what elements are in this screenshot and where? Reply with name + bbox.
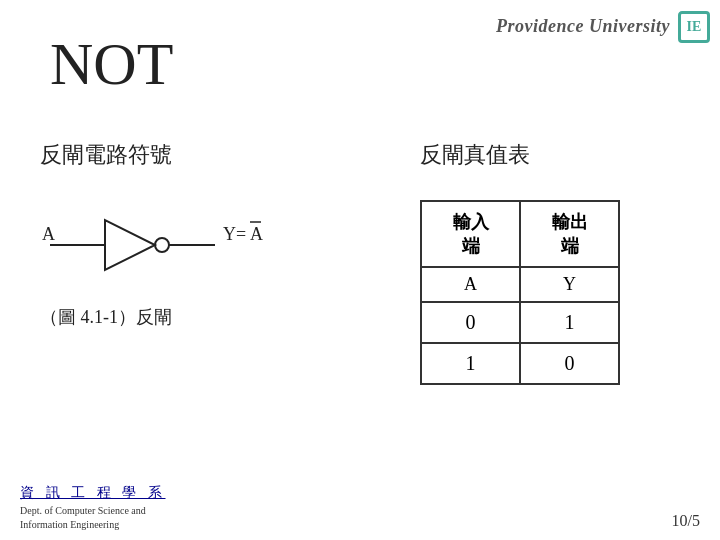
table-row: 10 <box>421 343 619 384</box>
truth-table: 輸入端 輸出端 A Y 0110 <box>420 200 620 385</box>
circuit-caption: （圖 4.1-1）反閘 <box>40 305 380 329</box>
table-row: 01 <box>421 302 619 343</box>
footer: 資 訊 工 程 學 系 Dept. of Computer Science an… <box>20 484 166 532</box>
page-title: NOT <box>50 30 173 99</box>
left-section-title: 反閘電路符號 <box>40 140 380 170</box>
col1-sub: A <box>421 267 520 302</box>
right-section: 反閘真值表 輸入端 輸出端 A Y 0110 <box>420 140 690 385</box>
col2-header: 輸出端 <box>520 201 619 267</box>
svg-marker-1 <box>105 220 155 270</box>
ie-logo: IE <box>678 11 710 43</box>
header: Providence University IE <box>460 0 720 53</box>
left-section: 反閘電路符號 A Y= A （圖 4.1-1）反閘 <box>40 140 380 329</box>
circuit-diagram: A Y= A <box>40 200 340 290</box>
footer-english-line1: Dept. of Computer Science and <box>20 504 166 518</box>
page-number: 10/5 <box>672 512 700 530</box>
svg-text:A: A <box>250 224 263 244</box>
col2-sub: Y <box>520 267 619 302</box>
svg-text:A: A <box>42 224 55 244</box>
footer-chinese: 資 訊 工 程 學 系 <box>20 484 166 502</box>
svg-text:Y=: Y= <box>223 224 246 244</box>
cell-y: 1 <box>520 302 619 343</box>
footer-english-line2: Information Engineering <box>20 518 166 532</box>
cell-y: 0 <box>520 343 619 384</box>
university-name: Providence University <box>496 16 670 37</box>
col1-header: 輸入端 <box>421 201 520 267</box>
right-section-title: 反閘真值表 <box>420 140 690 170</box>
cell-a: 1 <box>421 343 520 384</box>
cell-a: 0 <box>421 302 520 343</box>
